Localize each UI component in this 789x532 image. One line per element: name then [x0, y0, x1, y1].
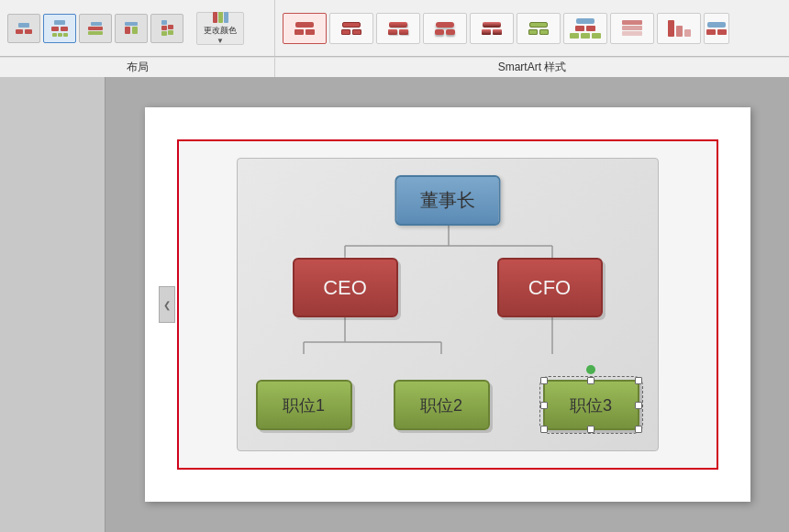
smartart-style-6[interactable] [517, 13, 561, 44]
pos2-label: 职位2 [420, 394, 462, 416]
layout-btn-4[interactable] [115, 14, 148, 43]
nav-arrow-left[interactable]: ❮ [159, 286, 175, 323]
handle-tc[interactable] [587, 377, 595, 384]
smartart-style-1[interactable] [283, 13, 327, 44]
handle-tl[interactable] [540, 377, 548, 384]
smartart-style-7[interactable] [563, 13, 607, 44]
handle-br[interactable] [635, 426, 642, 433]
handle-tr[interactable] [635, 377, 642, 384]
layout-btn-3[interactable] [79, 14, 112, 43]
smartart-style-9[interactable] [657, 13, 701, 44]
smartart-container[interactable]: ❮ [177, 139, 718, 470]
toolbar-smartart-styles [275, 0, 789, 56]
layout-btn-2[interactable] [43, 14, 76, 43]
handle-ml[interactable] [540, 402, 548, 409]
handle-bl[interactable] [540, 426, 548, 433]
change-color-button[interactable]: 更改颜色 ▼ [196, 12, 244, 45]
smartart-style-8[interactable] [610, 13, 654, 44]
handle-bc[interactable] [587, 426, 595, 433]
chairperson-label: 董事长 [420, 188, 475, 213]
cfo-node[interactable]: CFO [497, 258, 603, 317]
smartart-style-3[interactable] [376, 13, 420, 44]
toolbar-layout-section: 更改颜色 ▼ [0, 0, 275, 56]
handle-mr[interactable] [635, 402, 642, 409]
top-connector-handle[interactable] [586, 365, 595, 374]
cfo-label: CFO [528, 276, 571, 300]
position2-node[interactable]: 职位2 [394, 380, 490, 430]
smartart-style-4[interactable] [423, 13, 467, 44]
toolbar: 更改颜色 ▼ [0, 0, 789, 57]
slide-area: ❮ [145, 107, 750, 502]
chairperson-node[interactable]: 董事长 [394, 175, 500, 226]
smartart-style-label: SmartArt 样式 [275, 58, 789, 77]
layout-btn-1[interactable] [7, 14, 40, 43]
position3-node[interactable]: 职位3 [543, 380, 639, 430]
label-bar: 布局 SmartArt 样式 [0, 57, 789, 77]
layout-btn-5[interactable] [150, 14, 183, 43]
ceo-label: CEO [323, 276, 367, 300]
right-panel: ❮ [106, 77, 789, 532]
change-color-dropdown[interactable]: ▼ [217, 37, 224, 45]
left-thumbnail-panel [0, 77, 106, 532]
layout-label: 布局 [0, 58, 275, 77]
org-chart: 董事长 CEO CFO 职位1 [237, 158, 659, 451]
smartart-style-10[interactable] [704, 13, 729, 44]
position1-node[interactable]: 职位1 [256, 380, 352, 430]
ceo-node[interactable]: CEO [293, 258, 398, 317]
change-color-label: 更改颜色 [204, 25, 237, 37]
canvas-area: ❮ [0, 77, 789, 532]
pos1-label: 职位1 [283, 394, 325, 416]
smartart-style-2[interactable] [329, 13, 373, 44]
smartart-style-5[interactable] [470, 13, 514, 44]
pos3-label: 职位3 [570, 394, 612, 416]
